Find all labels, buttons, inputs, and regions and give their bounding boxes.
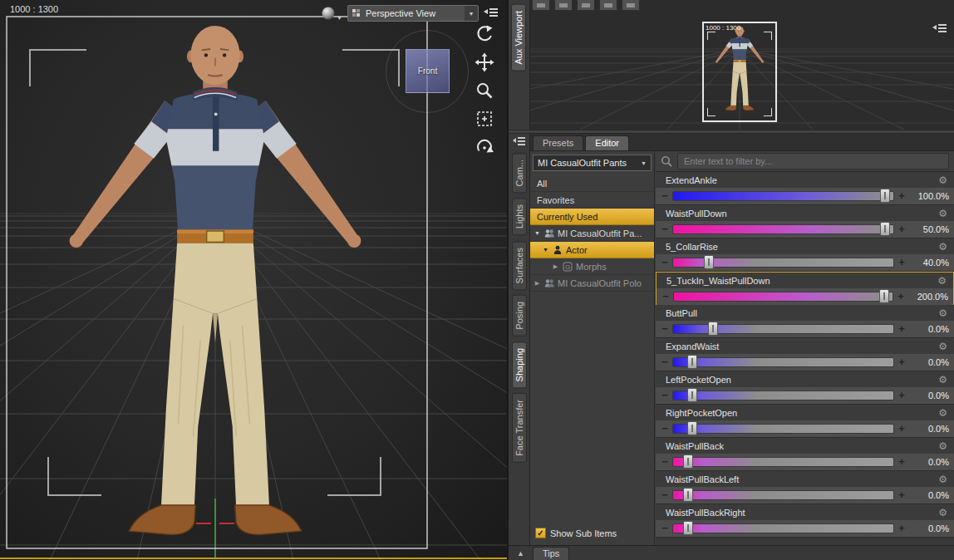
collapse-arrow-icon[interactable]: ▲ xyxy=(517,549,524,558)
nudge-plus-button[interactable]: + xyxy=(897,355,906,370)
expand-arrow-icon[interactable]: ▶ xyxy=(552,263,559,270)
slider-value[interactable]: 0.0% xyxy=(909,457,949,467)
nudge-plus-button[interactable]: + xyxy=(897,222,906,237)
rotate-view-icon[interactable] xyxy=(474,23,495,45)
tab-tips[interactable]: Tips xyxy=(533,547,569,560)
slider-handle[interactable] xyxy=(880,189,890,203)
tab-cameras[interactable]: Cam... xyxy=(512,153,527,193)
slider-track[interactable] xyxy=(672,490,894,500)
nudge-minus-button[interactable]: − xyxy=(661,289,670,304)
tab-shaping[interactable]: Shaping xyxy=(512,341,527,388)
aux-pane-options-icon[interactable] xyxy=(932,23,947,35)
slider-handle[interactable] xyxy=(704,255,714,269)
slider-track[interactable] xyxy=(672,357,894,367)
tab-editor[interactable]: Editor xyxy=(585,135,629,150)
filter-input[interactable] xyxy=(682,155,944,167)
toolbar-icon-1[interactable] xyxy=(532,0,550,11)
nudge-minus-button[interactable]: − xyxy=(661,255,669,270)
slider-handle[interactable] xyxy=(879,289,889,303)
slider-handle[interactable] xyxy=(683,488,693,502)
zoom-view-icon[interactable] xyxy=(474,80,495,101)
slider-track[interactable] xyxy=(672,191,894,201)
slider-handle[interactable] xyxy=(687,388,697,402)
expand-arrow-icon[interactable]: ▼ xyxy=(534,230,541,236)
gear-icon[interactable]: ⚙ xyxy=(938,408,947,418)
gear-icon[interactable]: ⚙ xyxy=(938,508,947,518)
slider-value[interactable]: 0.0% xyxy=(909,523,949,533)
expand-arrow-icon[interactable]: ▶ xyxy=(534,280,541,287)
toolbar-icon-5[interactable] xyxy=(622,0,640,11)
nudge-plus-button[interactable]: + xyxy=(897,421,906,436)
gear-icon[interactable]: ⚙ xyxy=(938,375,947,385)
slider-value[interactable]: 0.0% xyxy=(909,357,949,367)
nudge-minus-button[interactable]: − xyxy=(661,322,669,336)
pane-group-options-icon[interactable] xyxy=(513,136,526,146)
slider-value[interactable]: 50.0% xyxy=(909,224,949,234)
slider-handle[interactable] xyxy=(683,454,693,469)
nudge-plus-button[interactable]: + xyxy=(897,454,906,469)
slider-track[interactable] xyxy=(672,457,894,467)
tab-lights[interactable]: Lights xyxy=(512,198,527,235)
context-dropdown[interactable]: MI CasualOutfit Pants ▼ xyxy=(533,155,652,171)
nudge-plus-button[interactable]: + xyxy=(897,521,906,536)
gear-icon[interactable]: ⚙ xyxy=(938,242,947,252)
gear-icon[interactable]: ⚙ xyxy=(938,341,947,351)
camera-view-dropdown[interactable]: Perspective View ▼ xyxy=(347,5,479,22)
tree-item-casualoutfit-polo[interactable]: ▶ MI CasualOutfit Polo xyxy=(530,275,654,292)
aux-viewport[interactable]: 1000 : 1300 xyxy=(530,0,954,130)
nudge-minus-button[interactable]: − xyxy=(661,355,669,370)
gear-icon[interactable]: ⚙ xyxy=(938,175,947,185)
toolbar-icon-3[interactable] xyxy=(577,0,595,11)
pane-options-icon[interactable] xyxy=(484,7,499,19)
main-viewport[interactable]: 1000 : 1300 ▼ Perspective View ▼ xyxy=(0,0,507,560)
filter-field[interactable] xyxy=(677,153,949,169)
slider-handle[interactable] xyxy=(687,421,697,435)
nudge-minus-button[interactable]: − xyxy=(661,488,669,503)
toolbar-icon-2[interactable] xyxy=(554,0,573,11)
gear-icon[interactable]: ⚙ xyxy=(938,441,947,451)
gear-icon[interactable]: ⚙ xyxy=(938,308,947,318)
nav-item-currently-used[interactable]: Currently Used xyxy=(530,209,654,225)
toolbar-icon-4[interactable] xyxy=(599,0,617,11)
nudge-minus-button[interactable]: − xyxy=(661,222,669,237)
slider-value[interactable]: 100.0% xyxy=(909,191,949,201)
slider-track[interactable] xyxy=(672,424,894,434)
nav-cube[interactable]: Front xyxy=(406,49,450,93)
slider-track[interactable] xyxy=(672,391,894,400)
tree-item-casualoutfit-pants[interactable]: ▼ MI CasualOutfit Pa... xyxy=(530,225,654,242)
slider-handle[interactable] xyxy=(880,222,890,236)
slider-track[interactable] xyxy=(672,224,894,234)
nudge-plus-button[interactable]: + xyxy=(897,255,906,270)
gear-icon[interactable]: ⚙ xyxy=(938,209,947,219)
nudge-plus-button[interactable]: + xyxy=(897,289,905,304)
slider-track[interactable] xyxy=(672,324,894,334)
slider-value[interactable]: 40.0% xyxy=(909,258,949,268)
reset-view-icon[interactable] xyxy=(474,136,495,158)
tab-surfaces[interactable]: Surfaces xyxy=(512,241,527,290)
nudge-minus-button[interactable]: − xyxy=(661,421,669,436)
slider-handle[interactable] xyxy=(687,355,697,369)
gear-icon[interactable]: ⚙ xyxy=(937,276,947,286)
slider-handle[interactable] xyxy=(708,322,718,336)
frame-view-icon[interactable] xyxy=(474,108,495,130)
show-sub-items-toggle[interactable]: ✓ Show Sub Items xyxy=(535,528,617,538)
nav-item-favorites[interactable]: Favorites xyxy=(530,192,654,209)
tree-item-morphs[interactable]: ▶ G Morphs xyxy=(530,258,654,275)
pan-view-icon[interactable] xyxy=(474,52,495,73)
tab-aux-viewport[interactable]: Aux Viewport xyxy=(511,4,526,71)
gear-icon[interactable]: ⚙ xyxy=(938,474,947,484)
expand-arrow-icon[interactable]: ▼ xyxy=(542,247,549,253)
slider-value[interactable]: 0.0% xyxy=(909,490,949,500)
nudge-plus-button[interactable]: + xyxy=(897,322,906,336)
tab-face-transfer[interactable]: Face Transfer xyxy=(512,393,527,463)
slider-value[interactable]: 0.0% xyxy=(909,391,949,400)
nudge-minus-button[interactable]: − xyxy=(661,521,669,536)
nudge-minus-button[interactable]: − xyxy=(661,388,669,403)
checkbox-checked-icon[interactable]: ✓ xyxy=(535,528,546,538)
drawstyle-sphere-icon[interactable]: ▼ xyxy=(321,6,342,21)
nudge-plus-button[interactable]: + xyxy=(897,388,906,403)
slider-handle[interactable] xyxy=(683,521,693,535)
slider-track[interactable] xyxy=(672,523,894,533)
nudge-plus-button[interactable]: + xyxy=(897,189,906,204)
tab-presets[interactable]: Presets xyxy=(533,135,583,150)
